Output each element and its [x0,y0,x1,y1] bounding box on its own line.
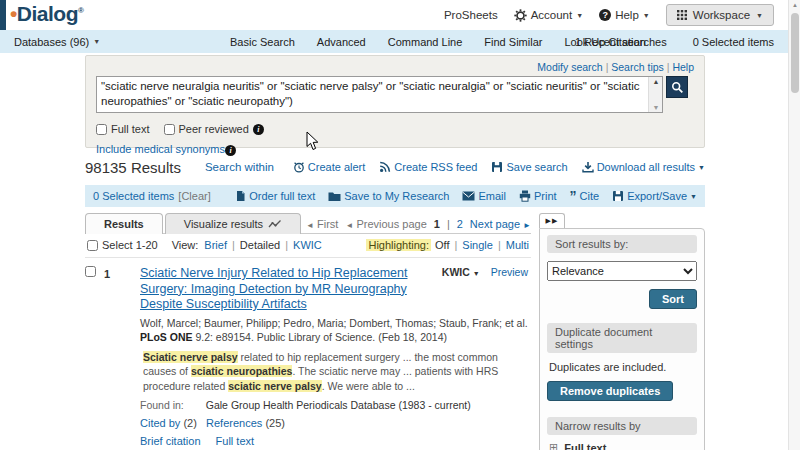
full-text-link[interactable]: Full text [216,435,255,447]
preview-link[interactable]: Preview [491,266,528,278]
registered-mark: ® [78,6,83,15]
print-link[interactable]: Print [519,190,557,202]
right-sidebar: ▶▶ Sort results by: Relevance Sort Dupli… [539,213,705,450]
selected-items-count[interactable]: 0 Selected items [93,190,174,202]
next-arrow-icon: ► [523,221,531,230]
first-page-link[interactable]: ◄ First [306,218,338,230]
search-tips-link[interactable]: Search tips [611,61,664,73]
highlighting-single[interactable]: Single [462,239,493,251]
brand-bar [0,0,6,30]
search-within-link[interactable]: Search within [205,161,274,173]
export-save-link[interactable]: Export/Save▼ [612,190,697,202]
prev-arrow-icon: ◄ [345,221,353,230]
dialog-logo[interactable]: •Dialog® [10,2,83,26]
full-text-checkbox-label[interactable]: Full text [96,123,150,135]
info-icon[interactable]: i [253,124,264,135]
search-help-link[interactable]: Help [672,61,694,73]
peer-reviewed-checkbox[interactable] [164,124,175,135]
separator: | [498,239,501,251]
download-all-results-link[interactable]: Download all results▼ [582,161,705,173]
full-text-checkbox[interactable] [96,124,107,135]
create-rss-feed-link[interactable]: Create RSS feed [379,161,477,173]
pagination: ◄ First ◄ Previous page 1 | 2 Next page … [306,218,531,230]
cite-link[interactable]: ” Cite [570,190,600,202]
tab-visualize-results[interactable]: Visualize results [165,213,301,234]
result-title-link[interactable]: Sciatic Nerve Injury Related to Hip Repl… [140,266,440,313]
account-menu[interactable]: Account▼ [514,9,584,22]
tab-results[interactable]: Results [85,213,163,234]
search-query-input[interactable]: "sciatic nerve neuralgia neuritis" or "s… [96,76,663,113]
chevron-down-icon: ▼ [473,270,480,277]
sort-select[interactable]: Relevance [547,261,697,281]
chevron-down-icon: ▼ [643,12,650,19]
view-options-bar: Select 1-20 View: Brief| Detailed| KWIC … [85,233,531,258]
quote-icon: ” [570,192,577,200]
separator: | [606,61,609,73]
kwic-dropdown[interactable]: KWIC ▼ [442,266,480,278]
modify-search-link[interactable]: Modify search [537,61,602,73]
clear-selection-link[interactable]: [Clear] [178,190,210,202]
info-icon[interactable]: i [225,145,236,156]
selected-items-link[interactable]: 0 Selected items [693,36,774,48]
previous-page-link[interactable]: ◄ Previous page [345,218,426,230]
search-panel: Modify search | Search tips | Help "scia… [85,55,705,148]
peer-reviewed-checkbox-label[interactable]: Peer reviewedi [164,123,264,135]
dialog-search-results-page: •Dialog® ProSheets Account▼ ? Help▼ Work… [0,0,800,450]
help-label: Help [615,9,639,21]
textarea-scrollbar[interactable]: ▲▼ [648,77,662,112]
floppy-disk-icon [612,190,624,202]
nav-command-line[interactable]: Command Line [388,36,463,48]
highlighting-multi[interactable]: Multi [506,239,529,251]
order-full-text-link[interactable]: Order full text [235,190,315,202]
cited-by-link[interactable]: Cited by [140,417,180,429]
nav-basic-search[interactable]: Basic Search [230,36,295,48]
prosheets-link[interactable]: ProSheets [444,9,498,21]
collapse-sidebar-button[interactable]: ▶▶ [539,213,565,228]
gear-icon [514,9,527,22]
next-page-link[interactable]: Next page ► [470,218,531,230]
workspace-button[interactable]: Workspace▼ [666,4,774,26]
brief-citation-link[interactable]: Brief citation [140,435,201,447]
search-button[interactable] [666,76,688,98]
found-in-row: Found in:Gale Group Health Periodicals D… [140,399,528,411]
double-arrow-icon: ▶▶ [546,217,559,224]
view-brief-link[interactable]: Brief [204,239,227,251]
chevron-down-icon: ▼ [93,38,100,45]
document-icon [235,190,246,202]
duplicates-status-text: Duplicates are included. [547,361,697,373]
save-to-my-research-link[interactable]: Save to My Research [328,190,449,202]
facet-full-text[interactable]: ⊞Full text [547,435,697,450]
save-search-link[interactable]: Save search [491,161,567,173]
nav-advanced[interactable]: Advanced [317,36,366,48]
narrow-results-header: Narrow results by [547,417,697,435]
select-1-20-checkbox[interactable] [87,240,98,251]
help-menu[interactable]: ? Help▼ [599,9,650,21]
remove-duplicates-button[interactable]: Remove duplicates [547,381,673,401]
top-header: •Dialog® ProSheets Account▼ ? Help▼ Work… [0,0,788,30]
recent-searches-link[interactable]: 1 Recent searches [575,36,667,48]
result-1-checkbox[interactable] [85,266,96,277]
select-all-checkbox-label[interactable]: Select 1-20 [87,239,158,251]
sort-button[interactable]: Sort [649,289,697,309]
nav-find-similar[interactable]: Find Similar [484,36,542,48]
selection-toolbar: 0 Selected items[Clear] Order full text … [85,185,705,207]
scrollbar-thumb[interactable] [791,13,799,93]
chevron-down-icon: ▼ [698,164,705,171]
rss-icon [379,161,391,173]
view-kwic-link[interactable]: KWIC [293,239,322,251]
chevron-down-icon: ▼ [576,12,583,19]
include-medical-synonyms-link[interactable]: Include medical synonyms [96,143,225,155]
result-item-1: 1 Sciatic Nerve Injury Related to Hip Re… [85,258,531,450]
logo-text: Dialog [17,2,78,25]
account-label: Account [531,9,573,21]
databases-menu[interactable]: Databases (96)▼ [14,36,100,48]
browser-scrollbar[interactable]: ▲ [788,0,800,450]
create-alert-link[interactable]: Create alert [293,161,365,173]
current-page-number: 1 [434,218,440,230]
highlighting-off[interactable]: Off [435,239,449,251]
view-detailed-current[interactable]: Detailed [240,239,280,251]
email-link[interactable]: Email [462,190,506,202]
page-2-link[interactable]: 2 [457,218,463,230]
references-link[interactable]: References [206,417,262,429]
grid-icon [677,10,687,20]
